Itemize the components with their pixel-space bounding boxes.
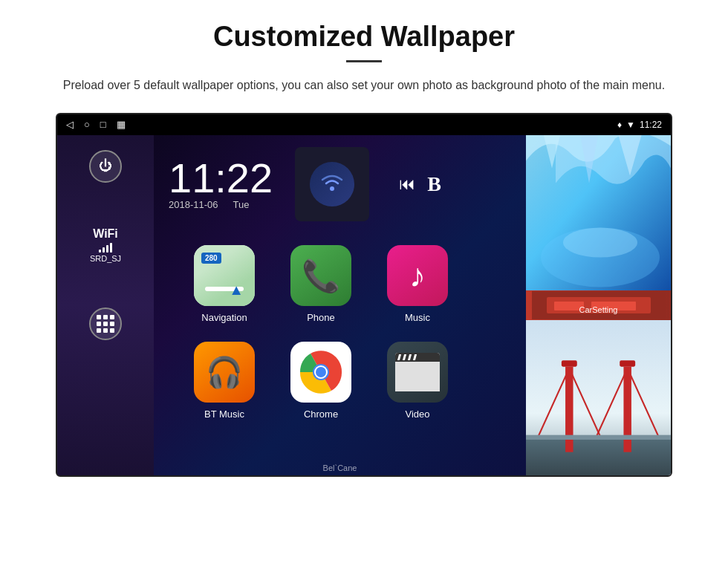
wifi-bar-3: [106, 245, 108, 253]
navigation-label: Navigation: [201, 312, 247, 323]
wifi-bar-4: [110, 243, 112, 253]
center-content: 11:22 2018-11-06 Tue: [154, 135, 526, 475]
nav-arrow-icon: ▲: [229, 282, 244, 299]
dot: [97, 328, 101, 333]
phone-icon: 📞: [290, 245, 351, 306]
chrome-label: Chrome: [304, 409, 338, 420]
recents-icon: □: [100, 119, 106, 130]
nav-badge: 280: [201, 253, 221, 264]
day-value: Tue: [233, 199, 250, 210]
app-chrome[interactable]: Chrome: [273, 333, 369, 429]
car-setting-label: CarSetting: [579, 305, 618, 314]
app-bt-music[interactable]: 🎧 BT Music: [176, 333, 273, 429]
video-label: Video: [405, 409, 429, 420]
dot: [103, 315, 108, 319]
home-icon: ○: [84, 119, 90, 130]
car-setting-strip: CarSetting: [526, 290, 671, 320]
title-letter-b: B: [427, 172, 441, 196]
wallpaper-ice: [526, 135, 671, 290]
svg-rect-25: [620, 360, 635, 366]
dot: [103, 322, 108, 326]
wifi-label: WiFi: [93, 227, 118, 241]
location-icon: ♦: [617, 120, 622, 130]
wifi-bar-1: [99, 250, 101, 253]
app-phone[interactable]: 📞 Phone: [273, 236, 369, 333]
video-icon: [387, 342, 448, 403]
wallpaper-bridge: [526, 320, 671, 475]
watermark: Bel`Cane: [323, 463, 357, 472]
clapper-top: [395, 353, 440, 362]
screenshot-icon: ▦: [117, 119, 126, 130]
status-indicators: ♦ ▼ 11:22: [617, 120, 662, 130]
svg-point-4: [316, 367, 326, 377]
svg-rect-24: [562, 360, 577, 366]
nav-buttons: ◁ ○ □ ▦: [66, 119, 126, 130]
svg-rect-23: [526, 435, 671, 439]
device-screenshot: ◁ ○ □ ▦ ♦ ▼ 11:22 ⏻ WiFi: [56, 113, 672, 477]
music-label: Music: [405, 312, 430, 323]
wifi-network: SRD_SJ: [90, 254, 121, 263]
music-symbol: ♪: [409, 257, 426, 295]
stripe: [408, 354, 412, 360]
app-grid: 280 ▲ Navigation 📞 Phone: [154, 229, 526, 437]
app-navigation[interactable]: 280 ▲ Navigation: [176, 236, 273, 333]
page-title: Customized Wallpaper: [213, 21, 515, 53]
phone-symbol: 📞: [302, 258, 340, 294]
navigation-icon: 280 ▲: [194, 245, 255, 306]
title-divider: [346, 60, 382, 62]
dot: [110, 315, 114, 319]
dot: [110, 322, 114, 326]
power-button[interactable]: ⏻: [89, 150, 122, 183]
media-controls: ⏮ B: [399, 172, 441, 196]
svg-point-10: [563, 227, 637, 257]
wifi-status-icon: ▼: [626, 120, 635, 130]
right-panel: CarSetting: [526, 135, 671, 475]
dot: [97, 322, 101, 326]
phone-label: Phone: [307, 312, 335, 323]
bt-music-label: BT Music: [204, 409, 244, 420]
power-icon: ⏻: [99, 158, 112, 174]
dot: [110, 328, 114, 333]
back-icon: ◁: [66, 119, 74, 130]
status-time: 11:22: [640, 120, 662, 130]
bt-music-icon: 🎧: [194, 342, 255, 403]
status-bar: ◁ ○ □ ▦ ♦ ▼ 11:22: [57, 114, 671, 135]
clapper-body: [395, 362, 440, 391]
dot: [97, 315, 101, 319]
apps-grid-icon: [97, 315, 114, 333]
music-icon: ♪: [387, 245, 448, 306]
app-music[interactable]: ♪ Music: [369, 236, 466, 333]
wifi-bar-2: [103, 247, 105, 253]
svg-point-0: [330, 186, 334, 191]
chrome-icon: [290, 342, 351, 403]
app-video[interactable]: Video: [369, 333, 466, 429]
media-widget: [295, 147, 369, 221]
stripe: [413, 354, 417, 360]
sidebar: ⏻ WiFi SRD_SJ: [57, 135, 154, 475]
main-area: ⏻ WiFi SRD_SJ: [57, 135, 671, 475]
wifi-info: WiFi SRD_SJ: [90, 227, 121, 263]
date-value: 2018-11-06: [169, 199, 218, 210]
stripe: [403, 354, 406, 360]
clock-display: 11:22 2018-11-06 Tue: [169, 157, 273, 210]
page-container: Customized Wallpaper Preload over 5 defa…: [0, 0, 728, 563]
clapperboard-icon: [395, 353, 440, 391]
bluetooth-symbol: 🎧: [206, 355, 243, 390]
clock-time: 11:22: [169, 157, 273, 199]
apps-button[interactable]: [89, 307, 122, 340]
page-description: Preload over 5 default wallpaper options…: [63, 76, 665, 95]
wifi-large-icon: [310, 162, 354, 206]
dot: [103, 328, 108, 333]
svg-rect-16: [526, 436, 671, 475]
skip-back-icon[interactable]: ⏮: [399, 175, 415, 194]
clock-area: 11:22 2018-11-06 Tue: [154, 135, 526, 229]
wifi-bars: [99, 242, 112, 253]
stripe: [397, 354, 401, 360]
